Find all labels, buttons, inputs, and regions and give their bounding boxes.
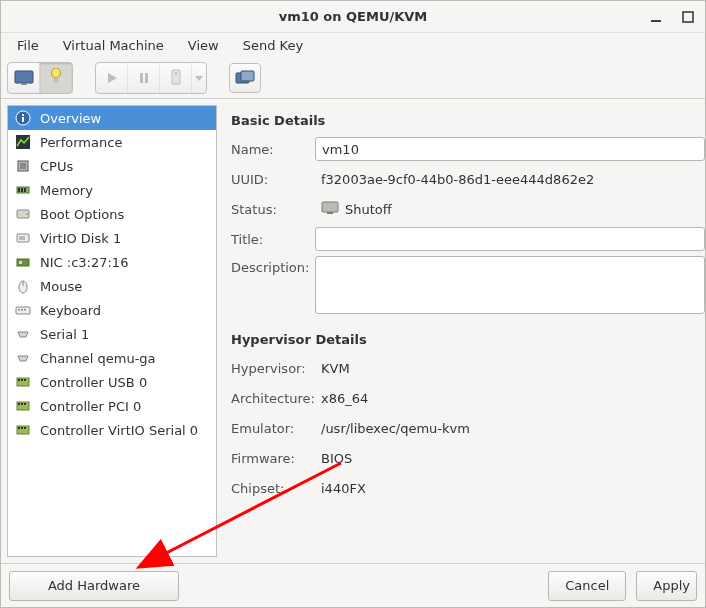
svg-rect-19 — [20, 163, 26, 169]
emulator-label: Emulator: — [231, 421, 321, 436]
svg-rect-35 — [24, 309, 26, 311]
sidebar-item-controller-usb-0[interactable]: Controller USB 0 — [8, 370, 216, 394]
minimize-button[interactable] — [647, 8, 665, 26]
sidebar-item-keyboard[interactable]: Keyboard — [8, 298, 216, 322]
sidebar-item-label: Controller PCI 0 — [40, 399, 141, 414]
emulator-value: /usr/libexec/qemu-kvm — [321, 421, 470, 436]
description-label: Description: — [231, 256, 315, 275]
architecture-value: x86_64 — [321, 391, 368, 406]
status-label: Status: — [231, 202, 321, 217]
sidebar-item-label: Controller VirtIO Serial 0 — [40, 423, 198, 438]
hypervisor-value: KVM — [321, 361, 350, 376]
svg-rect-5 — [54, 79, 58, 83]
menubar: File Virtual Machine View Send Key — [1, 33, 705, 57]
svg-rect-1 — [683, 12, 693, 22]
maximize-button[interactable] — [679, 8, 697, 26]
channel-icon — [14, 349, 32, 367]
memory-icon — [14, 181, 32, 199]
menu-send-key[interactable]: Send Key — [233, 36, 313, 55]
details-panel: Basic Details Name: UUID: f32003ae-9cf0-… — [217, 99, 705, 563]
snapshots-button[interactable] — [229, 63, 261, 93]
title-label: Title: — [231, 232, 315, 247]
svg-rect-7 — [140, 73, 143, 83]
play-button[interactable] — [96, 63, 128, 93]
sidebar-item-virtio-disk-1[interactable]: VirtIO Disk 1 — [8, 226, 216, 250]
svg-rect-3 — [21, 83, 27, 85]
sidebar-item-label: Boot Options — [40, 207, 124, 222]
cpu-icon — [14, 157, 32, 175]
svg-rect-16 — [22, 114, 24, 116]
sidebar-item-label: Memory — [40, 183, 93, 198]
controller-icon — [14, 421, 32, 439]
sidebar-item-boot-options[interactable]: Boot Options — [8, 202, 216, 226]
firmware-value: BIOS — [321, 451, 352, 466]
boot-icon — [14, 205, 32, 223]
perf-icon — [14, 133, 32, 151]
svg-rect-41 — [18, 403, 20, 405]
svg-rect-15 — [22, 117, 24, 122]
serial-icon — [14, 325, 32, 343]
svg-rect-10 — [175, 72, 177, 75]
sidebar-item-label: CPUs — [40, 159, 73, 174]
mouse-icon — [14, 277, 32, 295]
apply-button[interactable]: Apply — [636, 571, 697, 601]
title-input[interactable] — [315, 227, 705, 251]
sidebar-item-overview[interactable]: Overview — [8, 106, 216, 130]
controller-icon — [14, 397, 32, 415]
sidebar-item-memory[interactable]: Memory — [8, 178, 216, 202]
sidebar-item-controller-virtio-serial-0[interactable]: Controller VirtIO Serial 0 — [8, 418, 216, 442]
chipset-value: i440FX — [321, 481, 366, 496]
svg-rect-33 — [18, 309, 20, 311]
show-console-button[interactable] — [8, 63, 40, 93]
sidebar-item-performance[interactable]: Performance — [8, 130, 216, 154]
keyboard-icon — [14, 301, 32, 319]
pause-button[interactable] — [128, 63, 160, 93]
chipset-label: Chipset: — [231, 481, 321, 496]
status-icon — [321, 201, 339, 218]
info-icon — [14, 109, 32, 127]
sidebar-item-channel-qemu-ga[interactable]: Channel qemu-ga — [8, 346, 216, 370]
basic-details-heading: Basic Details — [231, 113, 705, 128]
svg-rect-13 — [241, 71, 254, 81]
sidebar-item-controller-pci-0[interactable]: Controller PCI 0 — [8, 394, 216, 418]
shutdown-button[interactable] — [160, 63, 192, 93]
svg-rect-29 — [19, 261, 22, 264]
shutdown-menu-button[interactable] — [192, 63, 206, 93]
svg-point-4 — [52, 68, 61, 78]
menu-virtual-machine[interactable]: Virtual Machine — [53, 36, 174, 55]
svg-rect-49 — [327, 212, 333, 214]
svg-marker-6 — [108, 73, 117, 83]
svg-rect-28 — [17, 259, 29, 266]
cancel-button[interactable]: Cancel — [548, 571, 626, 601]
titlebar: vm10 on QEMU/KVM — [1, 1, 705, 33]
add-hardware-button[interactable]: Add Hardware — [9, 571, 179, 601]
sidebar-item-mouse[interactable]: Mouse — [8, 274, 216, 298]
sidebar-item-label: Controller USB 0 — [40, 375, 147, 390]
controller-icon — [14, 373, 32, 391]
svg-rect-2 — [15, 71, 33, 83]
sidebar-item-label: VirtIO Disk 1 — [40, 231, 121, 246]
svg-rect-0 — [651, 20, 661, 22]
name-input[interactable] — [315, 137, 705, 161]
architecture-label: Architecture: — [231, 391, 321, 406]
sidebar-item-label: Channel qemu-ga — [40, 351, 156, 366]
menu-file[interactable]: File — [7, 36, 49, 55]
menu-view[interactable]: View — [178, 36, 229, 55]
uuid-value: f32003ae-9cf0-44b0-86d1-eee444d862e2 — [321, 172, 594, 187]
sidebar-item-label: NIC :c3:27:16 — [40, 255, 128, 270]
svg-rect-45 — [18, 427, 20, 429]
svg-rect-8 — [145, 73, 148, 83]
hypervisor-details-heading: Hypervisor Details — [231, 332, 705, 347]
sidebar-item-serial-1[interactable]: Serial 1 — [8, 322, 216, 346]
sidebar-item-label: Keyboard — [40, 303, 101, 318]
sidebar-item-cpus[interactable]: CPUs — [8, 154, 216, 178]
svg-rect-21 — [18, 188, 20, 192]
svg-rect-34 — [21, 309, 23, 311]
toolbar — [1, 57, 705, 99]
svg-rect-42 — [21, 403, 23, 405]
description-input[interactable] — [315, 256, 705, 314]
show-details-button[interactable] — [40, 63, 72, 93]
svg-rect-37 — [18, 379, 20, 381]
sidebar-item-nic-c3-27-16[interactable]: NIC :c3:27:16 — [8, 250, 216, 274]
nic-icon — [14, 253, 32, 271]
